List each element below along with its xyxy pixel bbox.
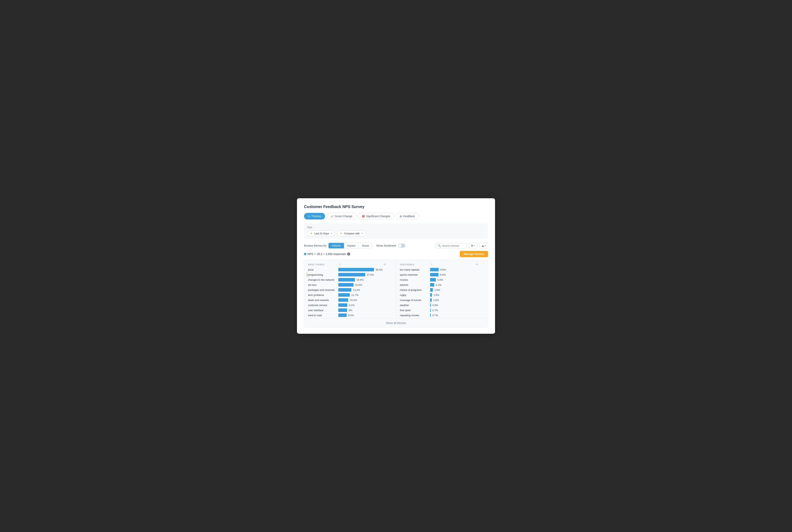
bar-row-price[interactable]: price36.5%: [308, 268, 392, 271]
search-icon: 🔍: [438, 244, 441, 247]
filter-buttons: ▼ Last 31 Days ▾ ▼ Compare with ▾: [307, 230, 485, 236]
show-all-button[interactable]: Show all themes: [304, 319, 488, 327]
browse-impact[interactable]: Impact: [344, 243, 359, 248]
base-themes-title: BASE THEMES: [308, 263, 339, 266]
bar-percentage: 0.7%: [432, 314, 438, 317]
bar-name: customer service: [308, 304, 338, 307]
filter-label: Filter: [307, 226, 485, 229]
bar-percentage: 8.8%: [440, 268, 446, 271]
info-icon[interactable]: i: [347, 252, 350, 255]
bar-row-deals-and-rewards[interactable]: deals and rewards10.2%: [308, 298, 392, 302]
period-filter[interactable]: ▼ Last 31 Days ▾: [307, 230, 335, 236]
bar-name: movies: [400, 278, 430, 281]
bar: [430, 293, 432, 297]
bar-row-sports-channels[interactable]: sports channels8.6%: [400, 273, 484, 277]
bar-row-free-sport[interactable]: free sport0.7%: [400, 308, 484, 312]
browse-buttons: Volume Impact Score: [328, 243, 372, 249]
download-button[interactable]: ☁ ▾: [479, 243, 488, 248]
bar-area: 0.7%: [430, 314, 484, 317]
bar-area: 9%: [338, 308, 392, 312]
bar-area: 8.5%: [338, 314, 392, 317]
bar: [338, 283, 354, 287]
browse-volume[interactable]: Volume: [328, 243, 344, 248]
bar-area: 5.8%: [430, 278, 484, 282]
base-themes-axis: 0 40: [339, 263, 392, 266]
base-themes-rows: price36.5%programming27.6%changes to the…: [308, 268, 392, 317]
bar-area: 8.8%: [430, 268, 484, 271]
subthemes-panel: SUBTHEMES 0 40 too many repeats8.8%sport…: [396, 260, 488, 319]
bar-name: weather: [400, 304, 430, 307]
bar-row-too-many-repeats[interactable]: too many repeats8.8%: [400, 268, 484, 271]
bar-percentage: 9%: [348, 309, 352, 312]
bar-row-repeating-movies[interactable]: repeating movies0.7%: [400, 314, 484, 317]
browse-score[interactable]: Score: [359, 243, 372, 248]
bar: [338, 308, 347, 312]
bar: [338, 314, 347, 317]
bar-row-customer-service[interactable]: customer service9.2%: [308, 303, 392, 307]
search-box[interactable]: 🔍: [436, 243, 467, 248]
bar-row-choice-of-programs[interactable]: choice of programs2.8%: [400, 288, 484, 292]
bar-row-hard-to-read[interactable]: hard to read8.5%: [308, 314, 392, 317]
bar-row-adverts[interactable]: adverts4.2%: [400, 283, 484, 287]
bar-percentage: 11.7%: [351, 293, 359, 297]
bar-percentage: 0.8%: [432, 304, 438, 307]
bar-area: 4.2%: [430, 283, 484, 287]
bar-row-dvr-box[interactable]: dvr box15.6%: [308, 283, 392, 287]
bar-row-coverage-of-events[interactable]: coverage of events1.6%: [400, 298, 484, 302]
bar-area: 16.9%: [338, 278, 392, 282]
page-title: Customer Feedback NPS Survey: [304, 205, 488, 209]
nps-info: NPS = -35.2 • 2,650 responses i: [304, 252, 350, 255]
bar-name: changes to the network: [308, 278, 338, 281]
bar-name: adverts: [400, 283, 430, 286]
bar: [430, 268, 439, 271]
bar-row-tech-problems[interactable]: tech problems11.7%: [308, 293, 392, 297]
tab-themes[interactable]: 🏷 Themes: [304, 213, 325, 220]
bar-row-programming[interactable]: programming27.6%: [307, 273, 392, 277]
tabs-bar: 🏷 Themes 📈 Score Change 🎯 Significant Ch…: [304, 213, 488, 220]
feedback-icon: ⊞: [400, 215, 402, 218]
bar-percentage: 36.5%: [376, 268, 383, 271]
base-themes-panel: BASE THEMES 0 40 price36.5%programming27…: [304, 260, 396, 319]
bar-row-changes-to-the-network[interactable]: changes to the network16.9%: [308, 278, 392, 282]
nps-separator: •: [324, 252, 325, 255]
bar-row-weather[interactable]: weather0.8%: [400, 303, 484, 307]
bar-percentage: 10.2%: [350, 299, 357, 302]
bar-name: dvr box: [308, 283, 338, 286]
tab-significant-changes[interactable]: 🎯 Significant Changes: [358, 213, 394, 220]
tab-score-change[interactable]: 📈 Score Change: [327, 213, 356, 220]
sentiment-label: Show Sentiment: [376, 244, 396, 247]
bar-area: 11.7%: [338, 293, 392, 297]
bar-percentage: 0.7%: [432, 309, 438, 312]
subthemes-rows: too many repeats8.8%sports channels8.6%m…: [400, 268, 484, 317]
bar: [338, 273, 365, 277]
search-input[interactable]: [442, 244, 464, 247]
bar-row-movies[interactable]: movies5.8%: [400, 278, 484, 282]
bar-name: free sport: [400, 309, 430, 312]
settings-button[interactable]: ⚙ ▾: [469, 243, 477, 248]
sentiment-toggle[interactable]: [398, 244, 406, 248]
bar-name: user interface: [308, 309, 338, 312]
bar-percentage: 2.8%: [434, 288, 440, 291]
browse-label: Browse themes by: [304, 244, 326, 247]
bar-area: 36.5%: [338, 268, 392, 271]
bar-name: programming: [308, 273, 338, 276]
bar-row-user-interface[interactable]: user interface9%: [308, 308, 392, 312]
bar-row-rugby[interactable]: rugby1.8%: [400, 293, 484, 297]
manage-themes-button[interactable]: Manage themes: [460, 251, 488, 257]
cloud-icon: ☁: [482, 244, 484, 247]
bar-percentage: 5.8%: [437, 278, 443, 281]
browse-row: Browse themes by Volume Impact Score Sho…: [304, 243, 488, 249]
nps-row: NPS = -35.2 • 2,650 responses i Manage t…: [304, 251, 488, 257]
bar-percentage: 9.2%: [349, 304, 355, 307]
bar-name: tech problems: [308, 293, 338, 297]
themes-icon: 🏷: [308, 215, 310, 218]
main-window: Customer Feedback NPS Survey 🏷 Themes 📈 …: [297, 198, 495, 334]
gear-chevron: ▾: [474, 245, 475, 247]
bar-area: 27.6%: [338, 273, 392, 277]
bar-row-packages-and-channels[interactable]: packages and channels13.3%: [308, 288, 392, 292]
bar-percentage: 27.6%: [367, 273, 374, 276]
tab-feedback[interactable]: ⊞ Feedback: [396, 213, 419, 220]
chart-container: BASE THEMES 0 40 price36.5%programming27…: [304, 260, 488, 327]
period-filter-label: Last 31 Days: [314, 232, 329, 235]
compare-filter[interactable]: ▼ Compare with ▾: [337, 230, 365, 236]
